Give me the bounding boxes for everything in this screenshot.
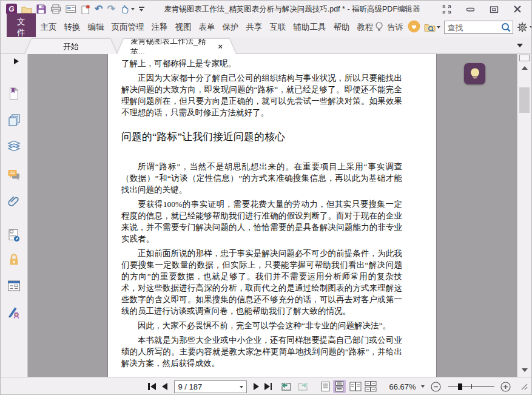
tab-view[interactable]: 视图 xyxy=(175,19,192,35)
tab-tutorial[interactable]: 教程 xyxy=(357,19,374,35)
tab-organize[interactable]: 页面管理 xyxy=(111,19,145,35)
save-icon[interactable] xyxy=(36,3,46,15)
search-folder-icon[interactable] xyxy=(424,22,440,32)
last-page-button[interactable] xyxy=(264,383,272,390)
next-page-button[interactable] xyxy=(254,383,259,390)
tab-help[interactable]: 帮助 xyxy=(333,19,351,35)
document-tab-bar: 开始 麦肯锡图表工作法_精英... × xyxy=(1,37,531,54)
page-number-box xyxy=(174,380,247,393)
navigation-sidebar xyxy=(1,54,28,377)
doc-heading: 问题的“路标”让我们接近问题的核心 xyxy=(121,130,402,144)
minimize-icon[interactable] xyxy=(466,5,475,14)
security-icon[interactable] xyxy=(7,253,21,266)
undo-icon[interactable]: ↶ xyxy=(95,3,103,15)
scroll-down-icon[interactable] xyxy=(522,368,528,372)
redo-icon[interactable]: ↷ xyxy=(107,3,115,15)
doc-paragraph: 本书就是为那些大企业或中小企业，还有同样想要提高自己部门或公司业绩的人所写的。主… xyxy=(121,334,402,369)
doc-paragraph: 正因为大家都十分了解自己公司的组织结构与事业状况，所以只要能找出解决问题的大致方… xyxy=(121,72,402,118)
zoom-in-button[interactable] xyxy=(500,382,511,392)
tab-accessibility[interactable]: 辅助工具 xyxy=(293,19,327,35)
hand-tool-caret-icon[interactable] xyxy=(131,8,135,10)
scroll-up-icon[interactable] xyxy=(522,66,528,70)
continuous-layout-icon[interactable] xyxy=(333,380,346,393)
form-fields-icon[interactable] xyxy=(7,279,21,292)
zoom-slider-knob[interactable] xyxy=(458,383,462,390)
tab-form[interactable]: 表单 xyxy=(198,19,216,35)
zoom-slider[interactable] xyxy=(448,382,494,391)
tell-me-bulb-icon xyxy=(374,21,384,34)
page-content: 了解上，可都称得上是专家呢。 正因为大家都十分了解自己公司的组织结构与事业状况，… xyxy=(108,54,436,377)
title-bar: G ↶ ↷ 麦肯锡 xyxy=(1,1,531,18)
doc-paragraph: 因此，大家不必畏惧不前，完全可以学会这种“非专业的问题解决法”。 xyxy=(121,320,402,331)
zoom-level[interactable]: 66.67% xyxy=(389,382,416,391)
lightbulb-icon xyxy=(469,67,481,81)
tab-comment[interactable]: 注释 xyxy=(151,19,169,35)
facing-continuous-layout-icon[interactable] xyxy=(365,380,377,393)
window-controls xyxy=(428,5,531,14)
zoom-dropdown-caret-icon[interactable] xyxy=(421,385,425,388)
email-icon[interactable] xyxy=(66,3,76,15)
customize-toolbar-icon[interactable] xyxy=(139,3,144,15)
tab-convert[interactable]: 转换 xyxy=(64,19,81,35)
tab-protect[interactable]: 保护 xyxy=(222,19,240,35)
single-page-layout-icon[interactable] xyxy=(319,380,332,393)
doc-paragraph: 要获得100%的事实证明，需要花费大量的劳动力，但其实只要搜集一定程度的信息，就… xyxy=(121,198,402,245)
search-box xyxy=(444,21,513,34)
previous-page-button[interactable] xyxy=(162,383,167,390)
tab-connect[interactable]: 互联 xyxy=(269,19,287,35)
print-icon[interactable] xyxy=(50,3,61,15)
previous-view-icon[interactable] xyxy=(280,381,292,392)
attachments-icon[interactable] xyxy=(7,195,21,208)
search-icon[interactable] xyxy=(501,22,511,35)
page-dropdown-caret-icon[interactable] xyxy=(240,386,243,388)
zoom-out-button[interactable] xyxy=(431,382,441,392)
restore-icon[interactable] xyxy=(490,5,499,14)
page-number-input[interactable] xyxy=(174,380,247,393)
vertical-scrollbar[interactable] xyxy=(517,54,531,377)
ribbon-tabs: 主页 转换 编辑 页面管理 注释 视图 表单 保护 共享 互联 辅助工具 帮助 … xyxy=(40,19,374,35)
tab-document[interactable]: 麦肯锡图表工作法_精英... × xyxy=(117,39,236,54)
switch-view-icon[interactable] xyxy=(442,5,451,14)
page-thumbnails-icon[interactable] xyxy=(7,113,21,126)
tab-edit[interactable]: 编辑 xyxy=(87,19,105,35)
resize-grip-icon[interactable] xyxy=(519,382,528,392)
sign-icon[interactable] xyxy=(7,305,21,319)
tab-start-label: 开始 xyxy=(63,41,79,52)
status-bar: 66.67% xyxy=(1,377,531,395)
window-title: 麦肯锡图表工作法_精英图表分析与解决问题技巧.pdf * - 福昕高级PDF编辑… xyxy=(144,4,428,15)
scrollbar-thumb[interactable] xyxy=(519,87,530,113)
pdf-page[interactable]: 了解上，可都称得上是专家呢。 正因为大家都十分了解自己公司的组织结构与事业状况，… xyxy=(108,54,436,377)
facing-layout-icon[interactable] xyxy=(349,380,362,393)
document-view-area[interactable]: 了解上，可都称得上是专家呢。 正因为大家都十分了解自己公司的组织结构与事业状况，… xyxy=(28,54,517,377)
favorite-heart-icon[interactable] xyxy=(408,20,420,35)
hand-tool-icon[interactable] xyxy=(120,3,135,15)
tab-home[interactable]: 主页 xyxy=(40,19,58,35)
comments-icon[interactable] xyxy=(7,168,21,181)
scrollbar-collapse-button[interactable] xyxy=(519,55,530,61)
create-from-clipboard-icon[interactable] xyxy=(81,3,90,15)
tab-share[interactable]: 共享 xyxy=(246,19,263,35)
doc-paragraph: 正如前面所说的那样，忠于事实是解决问题必不可少的前提条件，为此我们要搜集一定数量… xyxy=(121,248,402,317)
expand-panel-icon[interactable] xyxy=(14,58,19,64)
close-icon[interactable] xyxy=(513,5,522,13)
first-page-button[interactable] xyxy=(148,383,156,390)
doc-paragraph: 了解上，可都称得上是专家呢。 xyxy=(121,58,402,69)
zoom-slider-tick xyxy=(471,384,473,389)
settings-gear-icon[interactable] xyxy=(517,22,532,33)
application-window: G ↶ ↷ 麦肯锡 xyxy=(0,0,532,395)
assistant-button[interactable] xyxy=(464,63,485,84)
bookmarks-icon[interactable] xyxy=(7,87,21,100)
menu-bar-right: 告诉 xyxy=(374,20,532,35)
doc-paragraph: 所谓“路标”，当然不是胡思乱想出来的。在重要项目上采用“事实调查（数据）”和“访… xyxy=(121,161,402,195)
tab-close-icon[interactable]: × xyxy=(218,42,223,50)
tell-me-label[interactable]: 告诉 xyxy=(388,22,404,33)
main-area: 了解上，可都称得上是专家呢。 正因为大家都十分了解自己公司的组织结构与事业状况，… xyxy=(1,54,531,377)
layers-icon[interactable] xyxy=(7,139,21,152)
digital-signatures-icon[interactable] xyxy=(7,229,21,242)
tab-list-caret-icon[interactable] xyxy=(517,44,523,47)
tab-start[interactable]: 开始 xyxy=(25,39,117,54)
next-view-icon[interactable] xyxy=(297,381,309,392)
menu-bar: 文件 主页 转换 编辑 页面管理 注释 视图 表单 保护 共享 互联 辅助工具 … xyxy=(1,18,531,37)
